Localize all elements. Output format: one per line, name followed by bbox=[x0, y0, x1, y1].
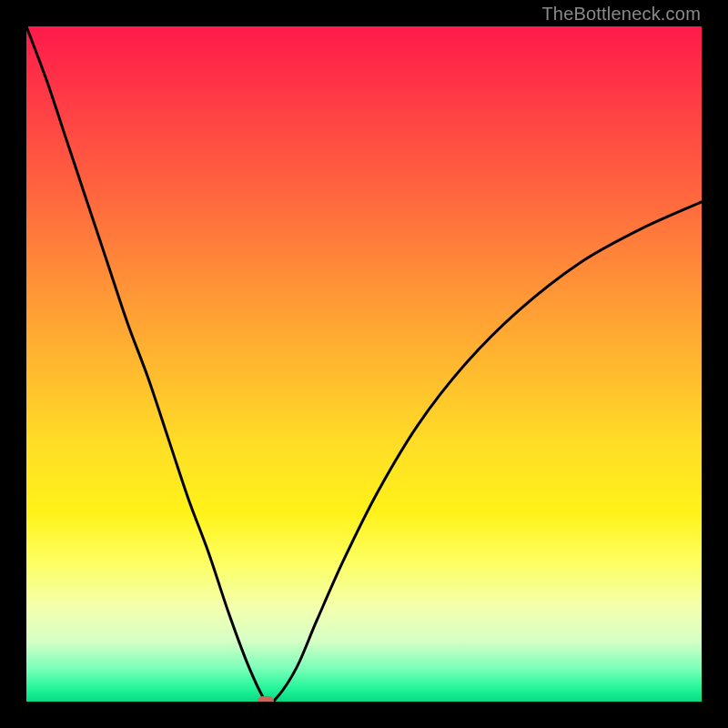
bottleneck-curve bbox=[26, 26, 702, 702]
plot-area bbox=[26, 26, 702, 702]
chart-frame: TheBottleneck.com bbox=[0, 0, 728, 728]
minimum-marker bbox=[258, 696, 274, 702]
attribution-label: TheBottleneck.com bbox=[541, 4, 701, 25]
